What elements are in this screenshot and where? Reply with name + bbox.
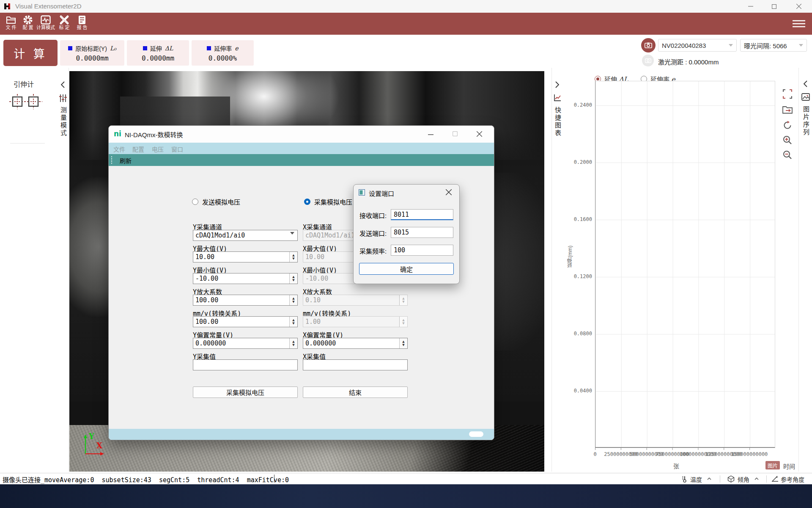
blue-square-icon bbox=[207, 46, 211, 50]
spinner-buttons[interactable]: ▲▼ bbox=[289, 295, 297, 305]
divider bbox=[766, 475, 767, 483]
close-button[interactable] bbox=[789, 0, 809, 13]
y-channel-combobox[interactable]: cDAQ1Mod1/ai0 bbox=[193, 230, 298, 241]
y-min-spinner[interactable]: -10.00▲▼ bbox=[193, 273, 298, 284]
camera-status-text: 摄像头已连接_moveAverage:0 subsetSize:43 segCn… bbox=[3, 475, 289, 484]
extensometer-icon[interactable] bbox=[9, 93, 42, 110]
spinner-buttons[interactable]: ▲▼ bbox=[399, 338, 407, 348]
spinner-buttons[interactable]: ▲▼ bbox=[289, 252, 297, 262]
camera-icon[interactable] bbox=[641, 38, 656, 52]
maximize-button[interactable] bbox=[453, 131, 458, 136]
spinner-buttons[interactable]: ▲▼ bbox=[289, 273, 297, 284]
y-offset-spinner[interactable]: 0.000000▲▼ bbox=[193, 338, 298, 349]
toolbar-calc-mode-button[interactable]: 计算模式 bbox=[36, 13, 56, 35]
image-sequence-label[interactable]: 图片序列 bbox=[801, 106, 810, 136]
x-offset-spinner[interactable]: 0.000000▲▼ bbox=[303, 338, 408, 349]
coordinate-axes-overlay: Y X bbox=[82, 433, 102, 456]
close-button[interactable] bbox=[477, 131, 482, 137]
chart-plot-area[interactable] bbox=[595, 81, 775, 448]
send-port-input[interactable]: 8015 bbox=[391, 227, 453, 238]
scrollbar-thumb[interactable] bbox=[469, 431, 483, 437]
x-tick: 0 bbox=[593, 451, 596, 457]
calculate-button[interactable]: 计 算 bbox=[3, 40, 58, 66]
port-settings-dialog: 设置端口 接收端口: 8011 发送端口: 8015 采集频率: 100 确定 bbox=[353, 184, 460, 284]
x-tick: 150000000000 bbox=[731, 451, 768, 457]
chevron-down-icon bbox=[729, 44, 733, 47]
zoom-in-icon[interactable] bbox=[782, 134, 793, 146]
chevron-up-icon[interactable] bbox=[754, 478, 759, 480]
reference-angle-toggle[interactable]: 参考角度 bbox=[781, 475, 804, 483]
image-icon[interactable] bbox=[801, 93, 810, 101]
line-chart-icon[interactable] bbox=[554, 94, 561, 102]
fullscreen-icon[interactable] bbox=[782, 88, 793, 100]
divider bbox=[720, 475, 720, 483]
pulse-icon bbox=[36, 15, 56, 25]
quick-chart-label[interactable]: 快捷图表 bbox=[553, 107, 562, 137]
spinner-buttons: ▲▼ bbox=[399, 295, 407, 305]
refresh-menu-button[interactable]: 刷新 bbox=[120, 156, 132, 165]
window-titlebar: Visual Extensometer2D bbox=[0, 0, 812, 13]
spinner-buttons: ▲▼ bbox=[399, 317, 407, 327]
toolbar-config-button[interactable]: 配 置 bbox=[18, 13, 38, 35]
spinner-buttons[interactable]: ▲▼ bbox=[289, 317, 297, 327]
close-button[interactable] bbox=[446, 189, 452, 195]
measure-mode-label[interactable]: 测量模式 bbox=[59, 107, 67, 137]
collapse-left-icon[interactable] bbox=[804, 80, 807, 87]
ok-button[interactable]: 确定 bbox=[359, 263, 454, 275]
spinner-buttons[interactable]: ▲▼ bbox=[289, 338, 297, 348]
x-mode-time-toggle[interactable]: 时间 bbox=[783, 462, 795, 470]
toolbar-calibrate-button[interactable]: 标 定 bbox=[54, 13, 74, 35]
toolbar-drag-handle[interactable] bbox=[111, 156, 113, 164]
exposure-interval-dropdown[interactable]: 曝光间隔: 5066 bbox=[740, 39, 807, 52]
minimize-button[interactable] bbox=[428, 132, 433, 137]
status-bar: 摄像头已连接_moveAverage:0 subsetSize:43 segCn… bbox=[0, 473, 812, 484]
chevron-down-icon bbox=[799, 44, 803, 47]
x-mode-image-toggle[interactable]: 图片 bbox=[765, 461, 780, 469]
zoom-out-icon[interactable] bbox=[782, 149, 793, 161]
temperature-toggle[interactable]: 温度 bbox=[690, 475, 702, 483]
x-mmv-spinner: 1.00▲▼ bbox=[303, 316, 408, 327]
angle-icon bbox=[771, 475, 779, 482]
x-sample-value-field[interactable] bbox=[303, 359, 408, 370]
nidaq-dialog-title: NI-DAQmx-数模转换 bbox=[125, 130, 183, 139]
chart-x-axis-title: 张 bbox=[673, 461, 679, 470]
sliders-icon[interactable] bbox=[59, 94, 67, 102]
nidaq-bottom-scrollbar[interactable] bbox=[109, 429, 494, 440]
y-sample-value-field[interactable] bbox=[193, 359, 298, 370]
radio-acquire-voltage[interactable]: 采集模拟电压 bbox=[304, 197, 352, 206]
menu-config[interactable]: 配置 bbox=[132, 145, 144, 153]
menu-voltage[interactable]: 电压 bbox=[152, 145, 164, 153]
end-button[interactable]: 结束 bbox=[303, 387, 408, 398]
sample-rate-input[interactable]: 100 bbox=[391, 245, 453, 256]
receive-port-input[interactable]: 8011 bbox=[391, 209, 453, 220]
nidaq-dialog-titlebar[interactable]: ni NI-DAQmx-数模转换 bbox=[109, 126, 494, 143]
maximize-button[interactable] bbox=[764, 0, 784, 13]
collapse-left-icon[interactable] bbox=[61, 81, 65, 88]
y-gain-spinner[interactable]: 100.00▲▼ bbox=[193, 295, 298, 306]
y-tick: 0.0800 bbox=[562, 331, 592, 337]
refresh-icon[interactable] bbox=[782, 119, 793, 131]
measure-mode-strip: 测量模式 bbox=[57, 68, 69, 472]
export-folder-icon[interactable] bbox=[782, 104, 793, 116]
radio-selected-icon bbox=[304, 199, 310, 205]
stat-card-gauge-length: 原始标距(Y)L₀ 0.0000mm bbox=[60, 40, 124, 66]
app-logo-icon bbox=[4, 3, 11, 10]
stat-value: 0.0000% bbox=[192, 54, 254, 62]
y-mmv-spinner[interactable]: 100.00▲▼ bbox=[193, 316, 298, 327]
stat-value: 0.0000mm bbox=[60, 54, 124, 62]
chevron-up-icon[interactable] bbox=[707, 478, 711, 480]
acquire-voltage-button[interactable]: 采集模拟电压 bbox=[193, 387, 298, 398]
camera-select-dropdown[interactable]: NV0220040283 bbox=[658, 39, 737, 52]
radio-send-voltage[interactable]: 发送模拟电压 bbox=[192, 197, 240, 206]
sidebar-title: 引伸计 bbox=[14, 79, 34, 89]
menu-file[interactable]: 文件 bbox=[113, 145, 125, 153]
report-icon bbox=[72, 15, 92, 25]
menu-window[interactable]: 窗口 bbox=[171, 145, 183, 153]
minimize-button[interactable] bbox=[741, 0, 760, 13]
hamburger-menu-icon[interactable] bbox=[793, 19, 805, 28]
toolbar-report-button[interactable]: 报 告 bbox=[72, 13, 92, 35]
tilt-toggle[interactable]: 倾角 bbox=[738, 475, 749, 483]
expand-right-icon[interactable] bbox=[555, 81, 559, 88]
port-dialog-title: 设置端口 bbox=[369, 189, 394, 198]
y-max-spinner[interactable]: 10.00▲▼ bbox=[193, 251, 298, 262]
